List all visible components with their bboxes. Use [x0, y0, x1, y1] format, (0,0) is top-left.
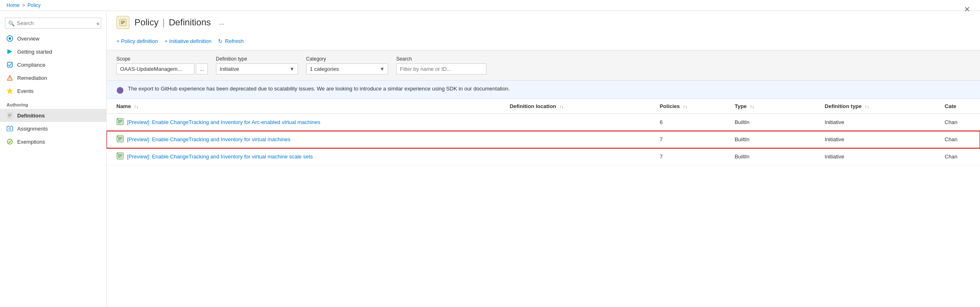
row-policies: 6	[659, 114, 734, 131]
row-policies: 7	[659, 148, 734, 165]
page-title: Policy	[134, 17, 159, 27]
sidebar-item-label: Definitions	[17, 113, 45, 119]
info-banner: ⬤ The export to GitHub experience has be…	[107, 81, 980, 99]
svg-rect-19	[121, 23, 123, 24]
refresh-button[interactable]: ↻ Refresh	[218, 36, 244, 46]
col-policies[interactable]: Policies ↑↓	[659, 99, 734, 114]
scope-filter-group: Scope ...	[116, 56, 208, 74]
col-type[interactable]: Type ↑↓	[734, 99, 825, 114]
row-type: BuiltIn	[734, 114, 825, 131]
row-policies: 7	[659, 131, 734, 148]
svg-rect-17	[121, 21, 125, 22]
row-name-link[interactable]: [Preview]: Enable ChangeTracking and Inv…	[116, 152, 503, 161]
type-sort-icon: ↑↓	[750, 104, 754, 109]
svg-rect-21	[118, 120, 122, 121]
definition-type-label: Definition type	[216, 56, 298, 62]
search-icon: 🔍	[8, 20, 15, 26]
svg-rect-26	[118, 137, 122, 138]
page-subtitle: Definitions	[169, 17, 211, 27]
breadcrumb-current[interactable]: Policy	[27, 2, 41, 8]
sidebar-item-overview[interactable]: Overview	[0, 32, 106, 45]
row-name-link[interactable]: [Preview]: Enable ChangeTracking and Inv…	[116, 135, 503, 144]
sidebar-item-events[interactable]: Events	[0, 84, 106, 97]
refresh-icon: ↻	[218, 38, 223, 44]
svg-rect-22	[118, 121, 122, 122]
svg-point-29	[117, 135, 118, 137]
svg-rect-18	[121, 22, 125, 23]
filter-bar: Scope ... Definition type Initiative Pol…	[107, 50, 980, 81]
scope-browse-button[interactable]: ...	[196, 63, 208, 74]
breadcrumb: Home > Policy	[7, 2, 41, 8]
row-name-link[interactable]: [Preview]: Enable ChangeTracking and Inv…	[116, 118, 503, 126]
sidebar-item-definitions[interactable]: Definitions	[0, 109, 106, 122]
row-definition-location	[509, 131, 659, 148]
compliance-icon	[7, 61, 13, 68]
sidebar: 🔍 « Overview Getting started	[0, 11, 107, 307]
search-filter-input[interactable]	[396, 63, 487, 74]
row-category: Chan	[945, 114, 980, 131]
category-label: Category	[306, 56, 388, 62]
table-row: [Preview]: Enable ChangeTracking and Inv…	[107, 131, 980, 148]
table-area: Name ↑↓ Definition location ↑↓ Policies …	[107, 99, 980, 307]
sidebar-item-remediation[interactable]: Remediation	[0, 71, 106, 84]
initiative-definition-button[interactable]: + Initiative definition	[165, 36, 212, 46]
sidebar-item-label: Remediation	[17, 75, 47, 81]
svg-marker-2	[7, 49, 12, 54]
svg-point-12	[9, 128, 11, 130]
info-icon: ⬤	[116, 86, 124, 94]
scope-input[interactable]	[116, 63, 194, 74]
page-ellipsis[interactable]: ...	[219, 19, 224, 26]
sidebar-item-exemptions[interactable]: Exemptions	[0, 135, 106, 148]
sidebar-item-label: Overview	[17, 36, 39, 42]
breadcrumb-home[interactable]: Home	[7, 2, 20, 8]
definition-type-filter-group: Definition type Initiative Policy ▼	[216, 56, 298, 74]
col-definition-type[interactable]: Definition type ↑↓	[825, 99, 945, 114]
sidebar-item-label: Events	[17, 88, 34, 94]
content-area: Policy | Definitions ... + Policy defini…	[107, 11, 980, 307]
name-sort-icon: ↑↓	[134, 104, 139, 109]
info-text: The export to GitHub experience has been…	[128, 86, 510, 92]
sidebar-item-assignments[interactable]: Assignments	[0, 122, 106, 135]
definition-type-select-wrap: Initiative Policy ▼	[216, 63, 298, 74]
sidebar-search-input[interactable]	[5, 18, 101, 29]
svg-point-24	[117, 118, 118, 120]
remediation-icon	[7, 74, 13, 81]
sidebar-item-getting-started[interactable]: Getting started	[0, 45, 106, 58]
row-category: Chan	[945, 131, 980, 148]
exemptions-icon	[7, 138, 13, 145]
authoring-section: Authoring	[0, 97, 106, 109]
row-policy-icon	[116, 152, 124, 161]
sidebar-nav: Overview Getting started Compliance	[0, 32, 106, 304]
row-definition-type: Initiative	[825, 131, 945, 148]
row-policy-icon	[116, 135, 124, 144]
page-header: Policy | Definitions ...	[107, 11, 980, 32]
category-filter-group: Category 1 categories ▼	[306, 56, 388, 74]
category-select[interactable]: 1 categories	[306, 63, 388, 74]
svg-rect-27	[118, 138, 122, 139]
sidebar-item-compliance[interactable]: Compliance	[0, 58, 106, 71]
svg-rect-31	[118, 154, 122, 155]
breadcrumb-sep: >	[22, 2, 25, 8]
scope-label: Scope	[116, 56, 208, 62]
overview-icon	[7, 35, 13, 42]
search-filter-group: Search	[396, 56, 487, 74]
svg-point-15	[7, 139, 12, 144]
definition-location-sort-icon: ↑↓	[559, 104, 564, 109]
sidebar-item-label: Getting started	[17, 49, 52, 55]
definition-type-select[interactable]: Initiative Policy	[216, 63, 298, 74]
row-definition-location	[509, 114, 659, 131]
svg-rect-33	[118, 157, 121, 158]
getting-started-icon	[7, 48, 13, 55]
col-definition-location[interactable]: Definition location ↑↓	[509, 99, 659, 114]
page-title-group: Policy | Definitions	[134, 17, 211, 28]
sidebar-collapse-icon[interactable]: «	[96, 20, 100, 27]
svg-rect-23	[118, 122, 121, 123]
table-row: [Preview]: Enable ChangeTracking and Inv…	[107, 114, 980, 131]
svg-point-34	[117, 153, 118, 154]
col-name[interactable]: Name ↑↓	[107, 99, 509, 114]
policy-definition-button[interactable]: + Policy definition	[116, 36, 158, 46]
svg-point-5	[9, 79, 10, 80]
svg-rect-32	[118, 156, 122, 156]
close-button[interactable]: ✕	[962, 3, 972, 16]
svg-rect-11	[7, 126, 13, 131]
